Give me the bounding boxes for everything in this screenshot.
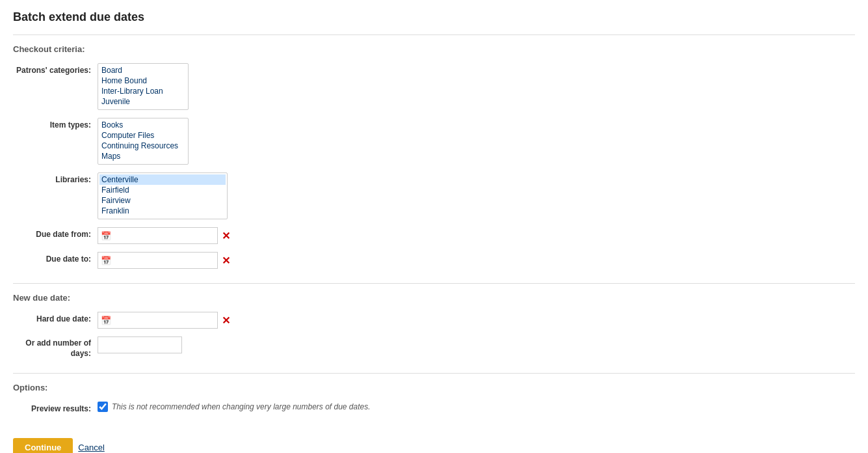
item-types-select[interactable]: Books Computer Files Continuing Resource…	[98, 118, 189, 165]
due-date-to-input[interactable]	[112, 256, 215, 265]
options-section: Options: Preview results: This is not re…	[13, 373, 855, 429]
due-date-from-control: 📅 ✕	[98, 227, 230, 244]
new-due-date-section: New due date: Hard due date: 📅 ✕ Or add …	[13, 283, 855, 373]
hard-due-date-row: Hard due date: 📅 ✕	[13, 312, 855, 329]
due-date-to-label: Due date to:	[13, 252, 98, 265]
continue-button[interactable]: Continue	[13, 438, 73, 453]
due-date-from-input[interactable]	[112, 231, 215, 240]
patrons-categories-select[interactable]: Board Home Bound Inter-Library Loan Juve…	[98, 63, 189, 110]
hard-due-date-input-wrap: 📅	[98, 312, 218, 329]
due-date-to-input-wrap: 📅	[98, 252, 218, 269]
libraries-row: Libraries: Centerville Fairfield Fairvie…	[13, 172, 855, 219]
add-days-input[interactable]	[98, 336, 182, 353]
hard-due-date-label: Hard due date:	[13, 312, 98, 325]
buttons-row: Continue Cancel	[13, 429, 855, 453]
due-date-from-input-wrap: 📅	[98, 227, 218, 244]
preview-results-label: Preview results:	[13, 402, 98, 415]
checkout-criteria-heading: Checkout criteria:	[13, 44, 855, 54]
new-due-date-heading: New due date:	[13, 293, 855, 303]
patrons-categories-control: Board Home Bound Inter-Library Loan Juve…	[98, 63, 189, 110]
preview-results-control: This is not recommended when changing ve…	[98, 402, 371, 412]
add-days-label: Or add number of days:	[13, 336, 98, 359]
due-date-from-row: Due date from: 📅 ✕	[13, 227, 855, 244]
hard-due-date-input[interactable]	[112, 316, 215, 325]
page-wrapper: Batch extend due dates Checkout criteria…	[0, 0, 868, 453]
options-heading: Options:	[13, 383, 855, 392]
checkout-criteria-section: Checkout criteria: Patrons' categories: …	[13, 34, 855, 283]
libraries-label: Libraries:	[13, 172, 98, 185]
libraries-select[interactable]: Centerville Fairfield Fairview Franklin	[98, 172, 228, 219]
item-types-row: Item types: Books Computer Files Continu…	[13, 118, 855, 165]
patrons-categories-label: Patrons' categories:	[13, 63, 98, 76]
hard-due-date-control: 📅 ✕	[98, 312, 230, 329]
clear-due-date-from-button[interactable]: ✕	[222, 230, 230, 242]
calendar-icon-from: 📅	[101, 231, 111, 241]
calendar-icon-to: 📅	[101, 256, 111, 266]
item-types-control: Books Computer Files Continuing Resource…	[98, 118, 189, 165]
due-date-from-label: Due date from:	[13, 227, 98, 240]
preview-results-checkbox[interactable]	[98, 402, 108, 412]
libraries-control: Centerville Fairfield Fairview Franklin	[98, 172, 228, 219]
patrons-categories-row: Patrons' categories: Board Home Bound In…	[13, 63, 855, 110]
due-date-to-control: 📅 ✕	[98, 252, 230, 269]
calendar-icon-hard: 📅	[101, 316, 111, 325]
page-title: Batch extend due dates	[13, 10, 855, 24]
add-days-row: Or add number of days:	[13, 336, 855, 359]
due-date-to-row: Due date to: 📅 ✕	[13, 252, 855, 269]
add-days-control	[98, 336, 182, 353]
preview-results-row: Preview results: This is not recommended…	[13, 402, 855, 415]
clear-hard-due-date-button[interactable]: ✕	[222, 314, 230, 327]
item-types-label: Item types:	[13, 118, 98, 131]
cancel-button[interactable]: Cancel	[78, 443, 104, 452]
preview-results-note: This is not recommended when changing ve…	[112, 402, 371, 411]
clear-due-date-to-button[interactable]: ✕	[222, 254, 230, 267]
